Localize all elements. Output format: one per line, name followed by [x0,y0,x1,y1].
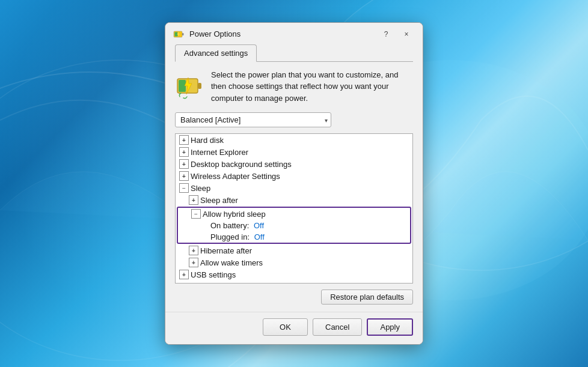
tree-label-desktop-bg: Desktop background settings [191,160,292,169]
power-plan-dropdown[interactable]: Balanced [Active] Power saver High perfo… [175,112,331,127]
tree-label-internet-explorer: Internet Explorer [191,148,248,157]
modal-overlay: Power Options ? × Advanced settings [0,0,588,367]
plugged-in-value: Off [254,232,265,241]
tree-item-hard-disk[interactable]: + Hard disk [176,134,412,146]
dialog-content: Advanced settings [165,44,423,305]
tree-label-allow-wake-timers: Allow wake timers [200,258,263,267]
tree-item-plugged-in[interactable]: Plugged in: Off [178,231,410,243]
tree-label-usb-settings: USB settings [191,270,236,279]
svg-rect-5 [182,33,184,35]
tree-item-on-battery[interactable]: On battery: Off [178,220,410,231]
dialog-title: Power Options [189,29,377,38]
tree-item-desktop-bg[interactable]: + Desktop background settings [176,158,412,170]
expand-sleep-after-icon[interactable]: + [189,195,198,205]
tree-item-allow-wake-timers[interactable]: + Allow wake timers [176,256,412,268]
tree-label-plugged-in: Plugged in: Off [210,232,265,241]
expand-desktop-bg-icon[interactable]: + [179,159,189,169]
collapse-sleep-icon[interactable]: − [179,183,189,193]
tree-label-sleep-after: Sleep after [200,196,238,205]
tab-bar: Advanced settings [175,44,413,62]
expand-hard-disk-icon[interactable]: + [179,135,189,145]
tree-item-allow-hybrid-sleep[interactable]: − Allow hybrid sleep [178,208,410,220]
tab-advanced-settings[interactable]: Advanced settings [175,44,257,62]
tree-label-wireless-adapter: Wireless Adapter Settings [191,172,280,181]
ok-button[interactable]: OK [263,318,308,336]
tree-item-usb-settings[interactable]: + USB settings [176,268,412,281]
title-bar-controls: ? × [377,28,415,41]
power-plan-icon [175,71,204,100]
apply-button[interactable]: Apply [367,318,413,336]
dialog-footer: OK Cancel Apply [165,312,423,344]
tree-item-internet-explorer[interactable]: + Internet Explorer [176,146,412,158]
close-button[interactable]: × [397,28,415,41]
help-button[interactable]: ? [377,28,395,41]
tree-label-allow-hybrid-sleep: Allow hybrid sleep [203,210,266,219]
info-row: Select the power plan that you want to c… [175,69,413,105]
settings-tree[interactable]: + Hard disk + Internet Explorer + Deskto… [175,133,413,284]
tree-item-sleep[interactable]: − Sleep [176,182,412,194]
tree-label-on-battery: On battery: Off [210,221,264,230]
highlight-group: − Allow hybrid sleep On battery: Off Plu… [177,207,411,244]
tree-item-hibernate-after[interactable]: + Hibernate after [176,244,412,256]
power-options-dialog: Power Options ? × Advanced settings [165,22,423,345]
tree-item-sleep-after[interactable]: + Sleep after [176,194,412,206]
dropdown-row: Balanced [Active] Power saver High perfo… [175,112,413,127]
tree-item-wireless-adapter[interactable]: + Wireless Adapter Settings [176,170,412,182]
expand-wireless-adapter-icon[interactable]: + [179,171,189,181]
restore-row: Restore plan defaults [175,290,413,305]
cancel-button[interactable]: Cancel [313,318,362,336]
svg-rect-8 [198,83,201,89]
collapse-hybrid-sleep-icon[interactable]: − [191,209,201,219]
tree-label-hibernate-after: Hibernate after [200,246,252,255]
expand-usb-settings-icon[interactable]: + [179,270,189,279]
expand-wake-timers-icon[interactable]: + [189,258,198,267]
dialog-icon [173,28,185,40]
tree-label-hard-disk: Hard disk [191,136,224,145]
info-description: Select the power plan that you want to c… [211,69,413,105]
restore-plan-defaults-button[interactable]: Restore plan defaults [321,290,413,305]
on-battery-value: Off [254,221,264,230]
expand-internet-explorer-icon[interactable]: + [179,147,189,157]
title-bar: Power Options ? × [165,23,423,44]
expand-hibernate-after-icon[interactable]: + [189,246,198,255]
tree-label-sleep: Sleep [191,184,210,193]
power-plan-dropdown-wrapper: Balanced [Active] Power saver High perfo… [175,112,331,127]
